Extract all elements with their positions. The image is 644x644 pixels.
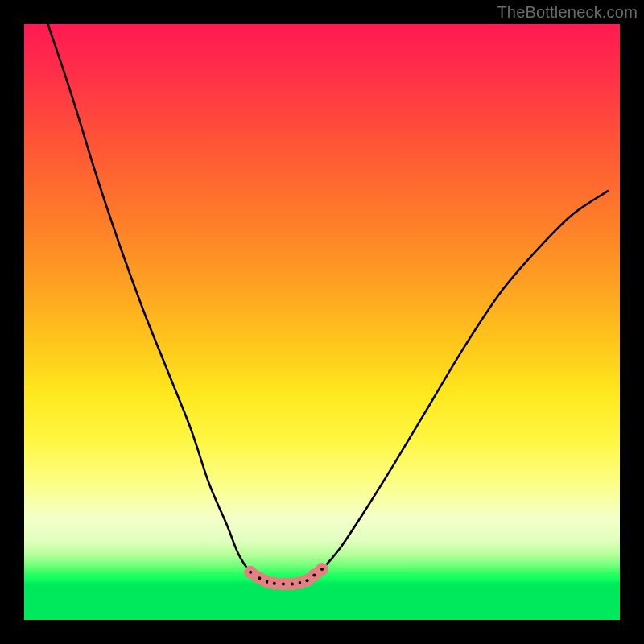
marker-dot-center [306,579,309,582]
series-right-curve [301,191,608,583]
curve-layer [48,24,609,584]
marker-dot-center [249,571,252,574]
marker-layer [244,563,328,591]
chart-frame: TheBottleneck.com [0,0,644,644]
marker-dot-center [282,583,285,586]
series-left-curve [48,24,272,583]
marker-dot-center [258,576,261,580]
marker-dot-center [312,574,316,577]
marker-dot-center [273,582,276,585]
plot-area [24,24,620,620]
marker-dot-center [291,583,294,586]
chart-svg [24,24,620,620]
marker-dot-center [320,568,324,571]
watermark-label: TheBottleneck.com [497,3,638,22]
